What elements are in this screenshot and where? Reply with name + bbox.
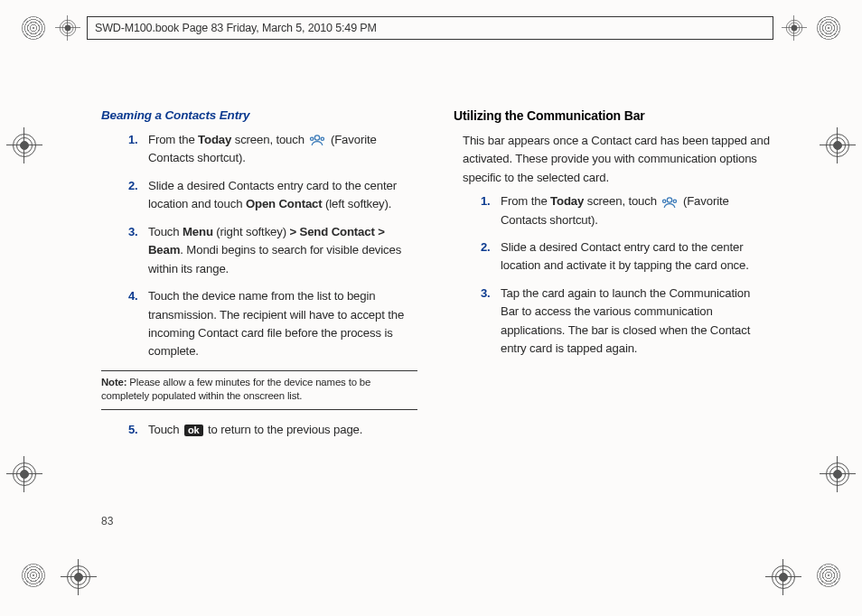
left-steps-continued: 5. Touch ok to return to the previous pa… bbox=[101, 421, 417, 439]
registration-mark-left-top bbox=[13, 134, 36, 157]
step-number: 5. bbox=[128, 421, 138, 439]
svg-point-5 bbox=[674, 200, 677, 202]
document-header: SWD-M100.book Page 83 Friday, March 5, 2… bbox=[87, 16, 773, 40]
section-intro: This bar appears once a Contact card has… bbox=[454, 132, 770, 187]
step-text: Slide a desired Contacts entry card to t… bbox=[148, 179, 397, 210]
note-text: Please allow a few minutes for the devic… bbox=[101, 377, 370, 401]
svg-point-2 bbox=[322, 138, 324, 141]
corner-ornament-bl bbox=[22, 564, 45, 587]
step-number: 2. bbox=[481, 238, 491, 257]
corner-ornament-tl bbox=[22, 16, 45, 40]
step-text: Slide a desired Contact entry card to th… bbox=[501, 240, 749, 272]
right-steps: 1. From the Today screen, touch (Favorit… bbox=[454, 192, 770, 359]
step-number: 1. bbox=[481, 192, 491, 210]
contacts-icon bbox=[308, 133, 326, 147]
contacts-icon bbox=[661, 195, 679, 210]
svg-point-1 bbox=[311, 138, 314, 141]
registration-mark-header-left bbox=[60, 20, 76, 36]
registration-mark-right-top bbox=[826, 134, 849, 157]
step-text: Touch the device name from the list to b… bbox=[148, 289, 404, 358]
corner-ornament-br bbox=[817, 564, 840, 587]
right-column: Utilizing the Communication Bar This bar… bbox=[454, 107, 770, 448]
left-step-4: 4. Touch the device name from the list t… bbox=[128, 287, 417, 361]
left-step-5: 5. Touch ok to return to the previous pa… bbox=[128, 421, 417, 439]
left-step-1: 1. From the Today screen, touch (Favorit… bbox=[128, 131, 417, 168]
left-column: Beaming a Contacts Entry 1. From the Tod… bbox=[101, 107, 417, 448]
section-title-beaming: Beaming a Contacts Entry bbox=[101, 107, 417, 126]
step-number: 4. bbox=[128, 287, 138, 305]
page-content: Beaming a Contacts Entry 1. From the Tod… bbox=[101, 107, 770, 448]
note-label: Note: bbox=[101, 377, 126, 387]
registration-mark-header-right bbox=[786, 20, 802, 36]
right-step-1: 1. From the Today screen, touch (Favorit… bbox=[481, 192, 770, 229]
left-step-2: 2. Slide a desired Contacts entry card t… bbox=[128, 177, 417, 214]
registration-mark-right-bottom bbox=[826, 462, 849, 486]
ok-button-icon: ok bbox=[184, 425, 203, 436]
left-steps: 1. From the Today screen, touch (Favorit… bbox=[101, 131, 417, 361]
svg-point-3 bbox=[668, 197, 672, 201]
step-text: Touch ok to return to the previous page. bbox=[148, 423, 362, 436]
right-step-2: 2. Slide a desired Contact entry card to… bbox=[481, 238, 770, 275]
page-number: 83 bbox=[101, 515, 113, 527]
section-title-commbar: Utilizing the Communication Bar bbox=[454, 107, 770, 126]
note-box: Note: Please allow a few minutes for the… bbox=[101, 370, 417, 410]
svg-point-0 bbox=[315, 135, 320, 140]
registration-mark-footer-right bbox=[772, 565, 795, 589]
right-step-3: 3. Tap the card again to launch the Comm… bbox=[481, 285, 770, 359]
document-header-text: SWD-M100.book Page 83 Friday, March 5, 2… bbox=[95, 22, 377, 34]
step-text: Tap the card again to launch the Communi… bbox=[501, 286, 750, 355]
left-step-3: 3. Touch Menu (right softkey) > Send Con… bbox=[128, 223, 417, 278]
registration-mark-footer-left bbox=[67, 565, 90, 589]
step-text: Touch Menu (right softkey) > Send Contac… bbox=[148, 225, 401, 275]
registration-mark-left-bottom bbox=[13, 462, 36, 486]
step-number: 3. bbox=[128, 223, 138, 241]
step-text: From the Today screen, touch (Favorite C… bbox=[148, 133, 377, 164]
step-number: 2. bbox=[128, 177, 138, 195]
corner-ornament-tr bbox=[817, 16, 840, 40]
step-number: 3. bbox=[481, 285, 491, 303]
step-number: 1. bbox=[128, 131, 138, 149]
svg-point-4 bbox=[663, 200, 666, 202]
step-text: From the Today screen, touch (Favorite C… bbox=[501, 194, 729, 226]
